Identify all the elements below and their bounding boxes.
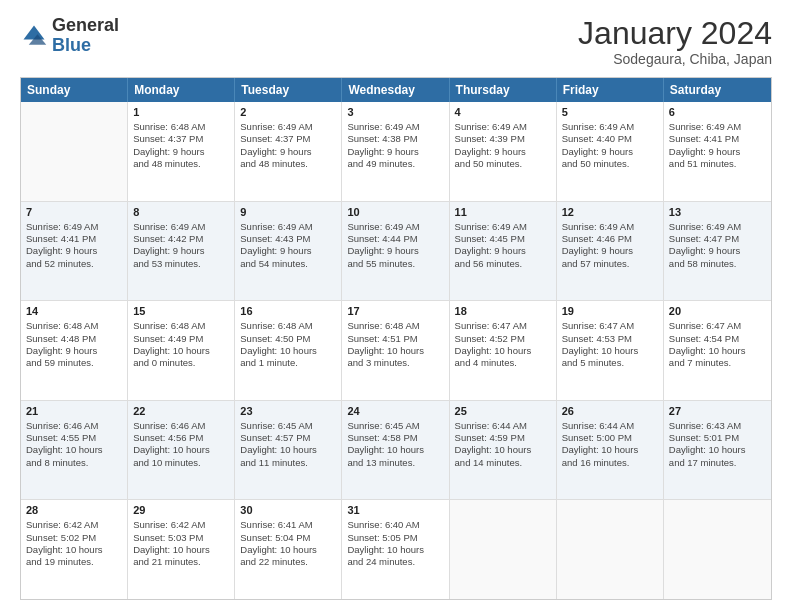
calendar-header-cell: Sunday bbox=[21, 78, 128, 102]
calendar-cell bbox=[664, 500, 771, 599]
day-number: 22 bbox=[133, 404, 229, 419]
calendar-cell: 29Sunrise: 6:42 AMSunset: 5:03 PMDayligh… bbox=[128, 500, 235, 599]
cell-text: Sunrise: 6:49 AMSunset: 4:43 PMDaylight:… bbox=[240, 221, 336, 270]
day-number: 29 bbox=[133, 503, 229, 518]
cell-text: Sunrise: 6:49 AMSunset: 4:45 PMDaylight:… bbox=[455, 221, 551, 270]
main-title: January 2024 bbox=[578, 16, 772, 51]
day-number: 26 bbox=[562, 404, 658, 419]
cell-text: Sunrise: 6:43 AMSunset: 5:01 PMDaylight:… bbox=[669, 420, 766, 469]
cell-text: Sunrise: 6:47 AMSunset: 4:54 PMDaylight:… bbox=[669, 320, 766, 369]
cell-text: Sunrise: 6:48 AMSunset: 4:37 PMDaylight:… bbox=[133, 121, 229, 170]
calendar-cell: 17Sunrise: 6:48 AMSunset: 4:51 PMDayligh… bbox=[342, 301, 449, 400]
calendar-cell: 3Sunrise: 6:49 AMSunset: 4:38 PMDaylight… bbox=[342, 102, 449, 201]
calendar-cell: 22Sunrise: 6:46 AMSunset: 4:56 PMDayligh… bbox=[128, 401, 235, 500]
day-number: 21 bbox=[26, 404, 122, 419]
calendar-cell: 30Sunrise: 6:41 AMSunset: 5:04 PMDayligh… bbox=[235, 500, 342, 599]
cell-text: Sunrise: 6:49 AMSunset: 4:44 PMDaylight:… bbox=[347, 221, 443, 270]
header: General Blue January 2024 Sodegaura, Chi… bbox=[20, 16, 772, 67]
calendar-header-cell: Tuesday bbox=[235, 78, 342, 102]
calendar-cell: 23Sunrise: 6:45 AMSunset: 4:57 PMDayligh… bbox=[235, 401, 342, 500]
day-number: 2 bbox=[240, 105, 336, 120]
day-number: 20 bbox=[669, 304, 766, 319]
calendar-cell: 27Sunrise: 6:43 AMSunset: 5:01 PMDayligh… bbox=[664, 401, 771, 500]
calendar-header-cell: Saturday bbox=[664, 78, 771, 102]
day-number: 27 bbox=[669, 404, 766, 419]
logo-icon bbox=[20, 22, 48, 50]
calendar-cell bbox=[557, 500, 664, 599]
day-number: 4 bbox=[455, 105, 551, 120]
calendar-cell: 20Sunrise: 6:47 AMSunset: 4:54 PMDayligh… bbox=[664, 301, 771, 400]
calendar-body: 1Sunrise: 6:48 AMSunset: 4:37 PMDaylight… bbox=[21, 102, 771, 599]
cell-text: Sunrise: 6:48 AMSunset: 4:49 PMDaylight:… bbox=[133, 320, 229, 369]
day-number: 28 bbox=[26, 503, 122, 518]
day-number: 6 bbox=[669, 105, 766, 120]
cell-text: Sunrise: 6:49 AMSunset: 4:37 PMDaylight:… bbox=[240, 121, 336, 170]
calendar-cell: 15Sunrise: 6:48 AMSunset: 4:49 PMDayligh… bbox=[128, 301, 235, 400]
day-number: 30 bbox=[240, 503, 336, 518]
calendar-cell: 6Sunrise: 6:49 AMSunset: 4:41 PMDaylight… bbox=[664, 102, 771, 201]
cell-text: Sunrise: 6:41 AMSunset: 5:04 PMDaylight:… bbox=[240, 519, 336, 568]
calendar-cell: 19Sunrise: 6:47 AMSunset: 4:53 PMDayligh… bbox=[557, 301, 664, 400]
calendar-cell: 31Sunrise: 6:40 AMSunset: 5:05 PMDayligh… bbox=[342, 500, 449, 599]
calendar-cell: 21Sunrise: 6:46 AMSunset: 4:55 PMDayligh… bbox=[21, 401, 128, 500]
calendar-cell: 16Sunrise: 6:48 AMSunset: 4:50 PMDayligh… bbox=[235, 301, 342, 400]
calendar-header-cell: Wednesday bbox=[342, 78, 449, 102]
cell-text: Sunrise: 6:44 AMSunset: 4:59 PMDaylight:… bbox=[455, 420, 551, 469]
calendar-cell: 24Sunrise: 6:45 AMSunset: 4:58 PMDayligh… bbox=[342, 401, 449, 500]
page: General Blue January 2024 Sodegaura, Chi… bbox=[0, 0, 792, 612]
calendar-cell: 1Sunrise: 6:48 AMSunset: 4:37 PMDaylight… bbox=[128, 102, 235, 201]
cell-text: Sunrise: 6:49 AMSunset: 4:46 PMDaylight:… bbox=[562, 221, 658, 270]
day-number: 9 bbox=[240, 205, 336, 220]
day-number: 1 bbox=[133, 105, 229, 120]
day-number: 12 bbox=[562, 205, 658, 220]
cell-text: Sunrise: 6:48 AMSunset: 4:50 PMDaylight:… bbox=[240, 320, 336, 369]
subtitle: Sodegaura, Chiba, Japan bbox=[578, 51, 772, 67]
calendar-cell: 14Sunrise: 6:48 AMSunset: 4:48 PMDayligh… bbox=[21, 301, 128, 400]
cell-text: Sunrise: 6:46 AMSunset: 4:56 PMDaylight:… bbox=[133, 420, 229, 469]
day-number: 13 bbox=[669, 205, 766, 220]
calendar-cell: 8Sunrise: 6:49 AMSunset: 4:42 PMDaylight… bbox=[128, 202, 235, 301]
calendar-row: 1Sunrise: 6:48 AMSunset: 4:37 PMDaylight… bbox=[21, 102, 771, 201]
calendar-cell: 25Sunrise: 6:44 AMSunset: 4:59 PMDayligh… bbox=[450, 401, 557, 500]
calendar-header-cell: Thursday bbox=[450, 78, 557, 102]
cell-text: Sunrise: 6:40 AMSunset: 5:05 PMDaylight:… bbox=[347, 519, 443, 568]
cell-text: Sunrise: 6:49 AMSunset: 4:41 PMDaylight:… bbox=[26, 221, 122, 270]
calendar-header-row: SundayMondayTuesdayWednesdayThursdayFrid… bbox=[21, 78, 771, 102]
cell-text: Sunrise: 6:45 AMSunset: 4:57 PMDaylight:… bbox=[240, 420, 336, 469]
cell-text: Sunrise: 6:47 AMSunset: 4:52 PMDaylight:… bbox=[455, 320, 551, 369]
calendar-cell: 26Sunrise: 6:44 AMSunset: 5:00 PMDayligh… bbox=[557, 401, 664, 500]
day-number: 19 bbox=[562, 304, 658, 319]
logo: General Blue bbox=[20, 16, 119, 56]
svg-marker-0 bbox=[24, 25, 45, 39]
title-block: January 2024 Sodegaura, Chiba, Japan bbox=[578, 16, 772, 67]
calendar-header-cell: Friday bbox=[557, 78, 664, 102]
day-number: 10 bbox=[347, 205, 443, 220]
cell-text: Sunrise: 6:45 AMSunset: 4:58 PMDaylight:… bbox=[347, 420, 443, 469]
day-number: 23 bbox=[240, 404, 336, 419]
calendar-cell: 28Sunrise: 6:42 AMSunset: 5:02 PMDayligh… bbox=[21, 500, 128, 599]
day-number: 8 bbox=[133, 205, 229, 220]
calendar-cell: 5Sunrise: 6:49 AMSunset: 4:40 PMDaylight… bbox=[557, 102, 664, 201]
day-number: 14 bbox=[26, 304, 122, 319]
calendar-cell: 11Sunrise: 6:49 AMSunset: 4:45 PMDayligh… bbox=[450, 202, 557, 301]
day-number: 18 bbox=[455, 304, 551, 319]
day-number: 11 bbox=[455, 205, 551, 220]
calendar-cell: 2Sunrise: 6:49 AMSunset: 4:37 PMDaylight… bbox=[235, 102, 342, 201]
day-number: 16 bbox=[240, 304, 336, 319]
logo-text-blue: Blue bbox=[52, 35, 91, 55]
day-number: 24 bbox=[347, 404, 443, 419]
cell-text: Sunrise: 6:42 AMSunset: 5:02 PMDaylight:… bbox=[26, 519, 122, 568]
calendar-cell: 13Sunrise: 6:49 AMSunset: 4:47 PMDayligh… bbox=[664, 202, 771, 301]
day-number: 31 bbox=[347, 503, 443, 518]
day-number: 25 bbox=[455, 404, 551, 419]
day-number: 3 bbox=[347, 105, 443, 120]
cell-text: Sunrise: 6:42 AMSunset: 5:03 PMDaylight:… bbox=[133, 519, 229, 568]
calendar-cell: 9Sunrise: 6:49 AMSunset: 4:43 PMDaylight… bbox=[235, 202, 342, 301]
cell-text: Sunrise: 6:49 AMSunset: 4:40 PMDaylight:… bbox=[562, 121, 658, 170]
cell-text: Sunrise: 6:49 AMSunset: 4:38 PMDaylight:… bbox=[347, 121, 443, 170]
cell-text: Sunrise: 6:47 AMSunset: 4:53 PMDaylight:… bbox=[562, 320, 658, 369]
cell-text: Sunrise: 6:49 AMSunset: 4:47 PMDaylight:… bbox=[669, 221, 766, 270]
calendar-row: 7Sunrise: 6:49 AMSunset: 4:41 PMDaylight… bbox=[21, 201, 771, 301]
cell-text: Sunrise: 6:49 AMSunset: 4:42 PMDaylight:… bbox=[133, 221, 229, 270]
calendar: SundayMondayTuesdayWednesdayThursdayFrid… bbox=[20, 77, 772, 600]
